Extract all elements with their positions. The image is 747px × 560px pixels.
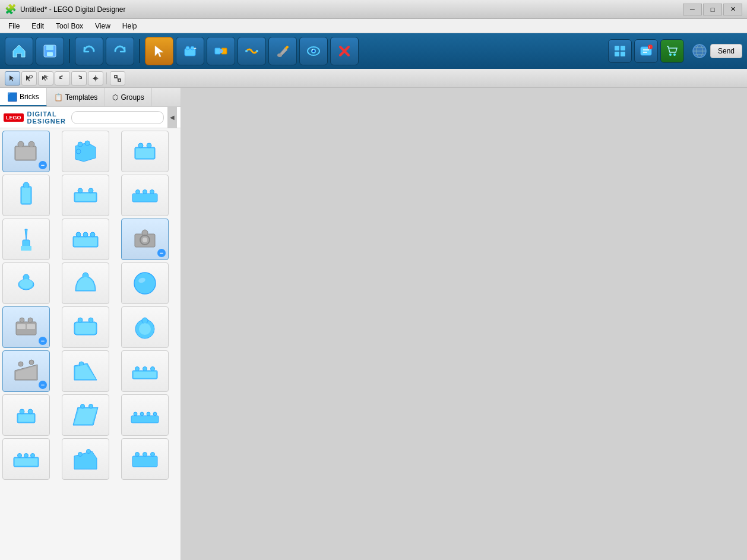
brick-item-23[interactable] xyxy=(62,438,109,480)
brick-item-4[interactable] xyxy=(2,175,50,216)
brick-item-10[interactable] xyxy=(2,262,50,304)
svg-point-108 xyxy=(81,404,85,409)
save-button[interactable] xyxy=(36,37,64,65)
brick-item-20[interactable] xyxy=(62,394,109,436)
hinge-button[interactable] xyxy=(207,37,235,65)
select-button[interactable] xyxy=(145,37,173,65)
snap-button[interactable] xyxy=(110,71,125,86)
brick-item-3[interactable] xyxy=(121,131,169,172)
svg-point-44 xyxy=(78,142,83,147)
clone-mode-button[interactable] xyxy=(38,71,53,86)
toolbar-separator-2 xyxy=(139,39,140,63)
brick-item-18[interactable] xyxy=(121,350,169,392)
search-input[interactable] xyxy=(71,111,164,124)
svg-point-118 xyxy=(24,454,29,458)
svg-point-10 xyxy=(245,50,248,52)
tab-groups[interactable]: ⬡ Groups xyxy=(105,88,151,106)
add-brick-button[interactable]: + xyxy=(176,37,204,65)
menu-help[interactable]: Help xyxy=(118,21,142,31)
svg-rect-111 xyxy=(131,416,159,423)
svg-marker-97 xyxy=(75,365,96,379)
brick-item-5[interactable] xyxy=(62,175,109,216)
svg-point-115 xyxy=(153,412,157,416)
flex-button[interactable] xyxy=(238,37,266,65)
sidebar: 🟦 Bricks 📋 Templates ⬡ Groups LEGO DIGIT… xyxy=(0,88,181,560)
close-button[interactable]: ✕ xyxy=(723,4,742,15)
brick-item-8[interactable] xyxy=(62,219,109,260)
svg-point-126 xyxy=(143,453,147,457)
svg-rect-82 xyxy=(17,324,26,329)
svg-rect-120 xyxy=(15,458,37,466)
menu-file[interactable]: File xyxy=(4,21,24,31)
svg-rect-23 xyxy=(621,52,625,56)
brick-item-2[interactable] xyxy=(62,131,109,172)
svg-point-27 xyxy=(669,53,672,56)
brick-item-22[interactable] xyxy=(2,438,50,480)
menu-toolbox[interactable]: Tool Box xyxy=(51,21,88,31)
svg-point-55 xyxy=(78,188,83,193)
view-mode-button[interactable] xyxy=(608,39,632,63)
lego-logo: LEGO xyxy=(4,113,24,122)
minus-badge-9: − xyxy=(157,249,166,257)
svg-rect-42 xyxy=(16,147,35,159)
delete-button[interactable] xyxy=(330,37,359,65)
svg-point-4 xyxy=(186,46,189,50)
rotate-right-button[interactable] xyxy=(71,71,87,86)
svg-point-92 xyxy=(18,362,23,366)
titlebar-left: 🧩 Untitled* - LEGO Digital Designer xyxy=(5,4,125,15)
svg-rect-37 xyxy=(118,79,121,81)
templates-tab-label: Templates xyxy=(65,93,98,102)
brick-item-9[interactable]: − xyxy=(121,219,169,260)
svg-point-99 xyxy=(135,367,140,371)
brick-item-7[interactable] xyxy=(2,219,50,260)
home-button[interactable] xyxy=(5,37,33,65)
undo-button[interactable] xyxy=(75,37,103,65)
brick-item-12[interactable] xyxy=(121,262,169,304)
svg-point-127 xyxy=(151,453,155,457)
svg-point-109 xyxy=(89,404,93,409)
brick-item-11[interactable] xyxy=(62,262,109,304)
redo-button[interactable] xyxy=(106,37,134,65)
brick-item-15[interactable] xyxy=(121,306,169,348)
svg-point-122 xyxy=(78,453,83,457)
svg-rect-1 xyxy=(46,45,53,50)
brick-item-6[interactable] xyxy=(121,175,169,216)
brick-item-1[interactable]: − xyxy=(2,131,50,172)
flip-button[interactable] xyxy=(88,71,103,86)
brick-item-14[interactable] xyxy=(62,306,109,348)
tab-bricks[interactable]: 🟦 Bricks xyxy=(0,88,47,106)
tab-templates[interactable]: 📋 Templates xyxy=(47,88,106,106)
zoom-eye-button[interactable] xyxy=(299,37,328,65)
maximize-button[interactable]: □ xyxy=(703,4,722,15)
menu-edit[interactable]: Edit xyxy=(27,21,49,31)
svg-rect-21 xyxy=(621,46,625,50)
brick-item-21[interactable] xyxy=(121,394,169,436)
minimize-button[interactable]: ─ xyxy=(683,4,702,15)
svg-point-112 xyxy=(134,412,137,416)
menu-view[interactable]: View xyxy=(90,21,115,31)
svg-rect-102 xyxy=(134,372,156,378)
minus-badge-13: − xyxy=(39,337,47,345)
send-button[interactable]: Send xyxy=(710,44,742,58)
move-mode-button[interactable] xyxy=(21,71,37,86)
svg-point-59 xyxy=(136,190,140,194)
toolbar-right: ! Send xyxy=(608,39,742,63)
brick-item-16[interactable]: − xyxy=(2,350,50,392)
building-guide-button[interactable]: ! xyxy=(634,39,658,63)
shopping-button[interactable] xyxy=(660,39,684,63)
svg-marker-121 xyxy=(74,451,97,469)
svg-point-117 xyxy=(18,454,22,458)
paint-button[interactable] xyxy=(268,37,297,65)
brick-item-13[interactable]: − xyxy=(2,306,50,348)
brick-item-19[interactable] xyxy=(2,394,50,436)
svg-point-9 xyxy=(219,49,223,53)
brick-item-17[interactable] xyxy=(62,350,109,392)
svg-point-66 xyxy=(83,232,88,237)
rotate-left-button[interactable] xyxy=(55,71,70,86)
send-label: Send xyxy=(718,47,735,55)
select-mode-button[interactable] xyxy=(5,71,20,86)
brick-item-24[interactable] xyxy=(121,438,169,480)
sidebar-collapse-button[interactable]: ◀ xyxy=(167,107,177,128)
svg-rect-36 xyxy=(115,75,117,78)
svg-line-38 xyxy=(117,77,118,80)
